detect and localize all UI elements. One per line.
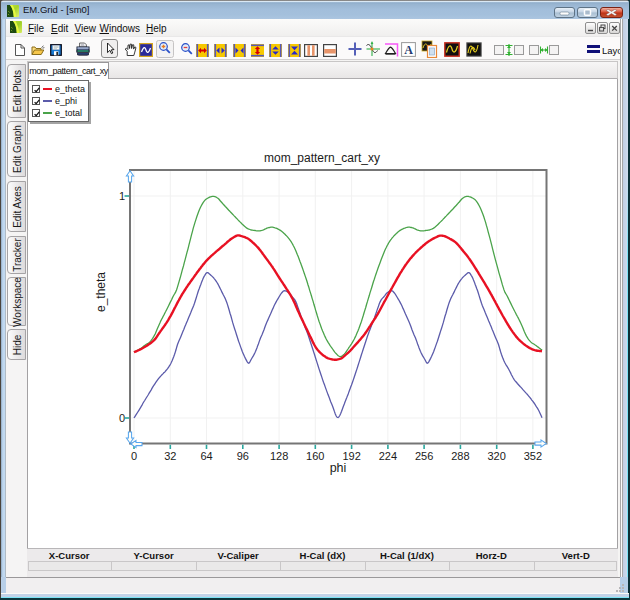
- svg-text:A: A: [404, 43, 413, 57]
